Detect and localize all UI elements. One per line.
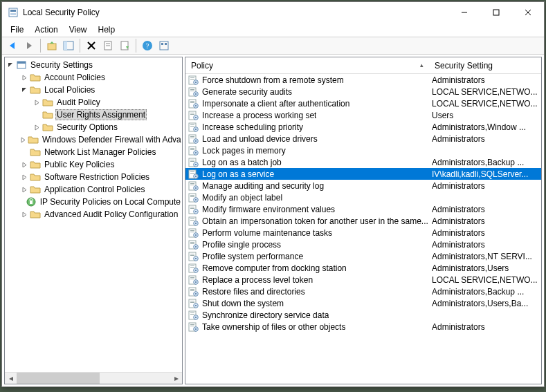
tree-item[interactable]: Public Key Policies [5, 158, 182, 171]
expand-icon[interactable] [20, 160, 28, 169]
app-icon [8, 7, 19, 18]
policy-row[interactable]: Profile system performanceAdministrators… [185, 250, 541, 262]
column-header-setting-label: Security Setting [435, 61, 493, 71]
expand-icon[interactable] [20, 136, 26, 144]
policy-row[interactable]: Log on as a batch jobAdministrators,Back… [185, 156, 541, 168]
policy-row[interactable]: Perform volume maintenance tasksAdminist… [185, 227, 541, 239]
policy-row[interactable]: Manage auditing and security logAdminist… [185, 180, 541, 192]
folder-icon [30, 159, 41, 170]
tree-item[interactable]: Security Options [5, 121, 182, 133]
properties-button[interactable] [100, 38, 116, 53]
tree-item[interactable]: IP Security Policies on Local Compute [5, 196, 182, 208]
tree-item[interactable]: Account Policies [5, 71, 182, 84]
policy-row[interactable]: Modify firmware environment valuesAdmini… [185, 203, 541, 215]
up-button[interactable] [44, 38, 60, 53]
tree-root[interactable]: Security Settings [5, 59, 182, 71]
policy-icon [188, 122, 199, 132]
svg-rect-90 [190, 218, 194, 219]
expand-icon[interactable] [20, 86, 28, 94]
column-header-policy[interactable]: Policy ▴ [185, 61, 429, 71]
svg-rect-128 [195, 305, 197, 306]
expand-icon[interactable] [20, 185, 28, 194]
list-body[interactable]: Force shutdown from a remote systemAdmin… [185, 74, 541, 384]
menu-view[interactable]: View [64, 24, 93, 36]
policy-row[interactable]: Obtain an impersonation token for anothe… [185, 215, 541, 227]
expand-icon[interactable] [20, 210, 28, 218]
maximize-button[interactable] [480, 2, 512, 23]
expand-icon[interactable] [33, 98, 41, 106]
window-title: Local Security Policy [23, 8, 448, 17]
policy-name: Profile single process [202, 240, 281, 250]
expand-icon[interactable] [20, 148, 28, 156]
policy-icon [188, 158, 199, 167]
policy-row[interactable]: Lock pages in memory [185, 144, 541, 156]
forward-button[interactable] [21, 38, 37, 53]
svg-rect-110 [190, 265, 194, 266]
svg-rect-60 [190, 148, 194, 149]
policy-row[interactable]: Force shutdown from a remote systemAdmin… [185, 74, 541, 86]
policy-row[interactable]: Impersonate a client after authenticatio… [185, 97, 541, 109]
export-list-button[interactable] [117, 38, 132, 53]
tree-item[interactable]: Network List Manager Policies [5, 146, 182, 158]
tree-h-scrollbar[interactable]: ◂ ▸ [5, 372, 182, 384]
policy-row[interactable]: Shut down the systemAdministrators,Users… [185, 297, 541, 309]
menu-action[interactable]: Action [29, 24, 63, 36]
tree-pane: Security SettingsAccount PoliciesLocal P… [4, 57, 183, 384]
list-header: Policy ▴ Security Setting [185, 57, 541, 74]
svg-rect-123 [195, 293, 197, 295]
tree-item[interactable]: Advanced Audit Policy Configuration [5, 208, 182, 221]
tree-item[interactable]: User Rights Assignment [5, 109, 182, 121]
policy-setting: Administrators [432, 322, 485, 332]
svg-rect-98 [195, 234, 197, 236]
expand-icon[interactable] [6, 61, 15, 69]
scroll-right-icon[interactable]: ▸ [170, 373, 182, 384]
policy-name: Profile system performance [202, 252, 303, 261]
tree-item[interactable]: Software Restriction Policies [5, 171, 182, 183]
svg-rect-118 [195, 281, 197, 283]
policy-row[interactable]: Log on as a serviceIV\kadli,kadli,SQLSer… [185, 168, 541, 180]
svg-rect-105 [190, 254, 194, 254]
minimize-button[interactable] [448, 2, 480, 23]
menu-help[interactable]: Help [93, 24, 121, 36]
close-button[interactable] [512, 2, 544, 23]
expand-icon[interactable] [33, 111, 41, 119]
tree[interactable]: Security SettingsAccount PoliciesLocal P… [5, 57, 182, 372]
policy-row[interactable]: Take ownership of files or other objects… [185, 321, 541, 333]
back-button[interactable] [5, 38, 20, 53]
policy-row[interactable]: Increase scheduling priorityAdministrato… [185, 121, 541, 133]
policy-row[interactable]: Remove computer from docking stationAdmi… [185, 262, 541, 274]
expand-icon[interactable] [20, 198, 24, 206]
svg-rect-33 [195, 82, 197, 83]
titlebar[interactable]: Local Security Policy [2, 2, 544, 23]
expand-icon[interactable] [33, 123, 41, 131]
tree-item[interactable]: Local Policies [5, 84, 182, 96]
policy-row[interactable]: Restore files and directoriesAdministrat… [185, 286, 541, 297]
policy-row[interactable]: Load and unload device driversAdministra… [185, 133, 541, 144]
scroll-left-icon[interactable]: ◂ [5, 373, 17, 384]
show-hide-tree-button[interactable] [61, 38, 76, 53]
policy-icon [188, 111, 199, 120]
policy-setting: Administrators [432, 181, 485, 191]
svg-rect-71 [190, 173, 194, 174]
policy-row[interactable]: Replace a process level tokenLOCAL SERVI… [185, 274, 541, 286]
tree-item[interactable]: Application Control Policies [5, 183, 182, 196]
expand-icon[interactable] [20, 173, 28, 181]
tree-item[interactable]: Audit Policy [5, 96, 182, 109]
policy-name: Restore files and directories [202, 287, 305, 297]
svg-marker-7 [10, 42, 15, 49]
policy-row[interactable]: Modify an object label [185, 192, 541, 203]
menu-file[interactable]: File [5, 24, 29, 36]
help-button[interactable]: ? [140, 38, 155, 53]
tree-item[interactable]: Windows Defender Firewall with Adva [5, 133, 182, 146]
policy-row[interactable]: Profile single processAdministrators [185, 239, 541, 250]
tree-label: Software Restriction Policies [43, 172, 151, 182]
delete-button[interactable] [84, 38, 99, 53]
refresh-button[interactable] [156, 38, 172, 53]
policy-row[interactable]: Increase a process working setUsers [185, 109, 541, 121]
column-header-setting[interactable]: Security Setting [429, 61, 541, 71]
policy-row[interactable]: Generate security auditsLOCAL SERVICE,NE… [185, 86, 541, 97]
svg-rect-138 [195, 328, 197, 330]
scroll-thumb[interactable] [17, 373, 100, 384]
policy-row[interactable]: Synchronize directory service data [185, 309, 541, 321]
expand-icon[interactable] [20, 73, 28, 82]
